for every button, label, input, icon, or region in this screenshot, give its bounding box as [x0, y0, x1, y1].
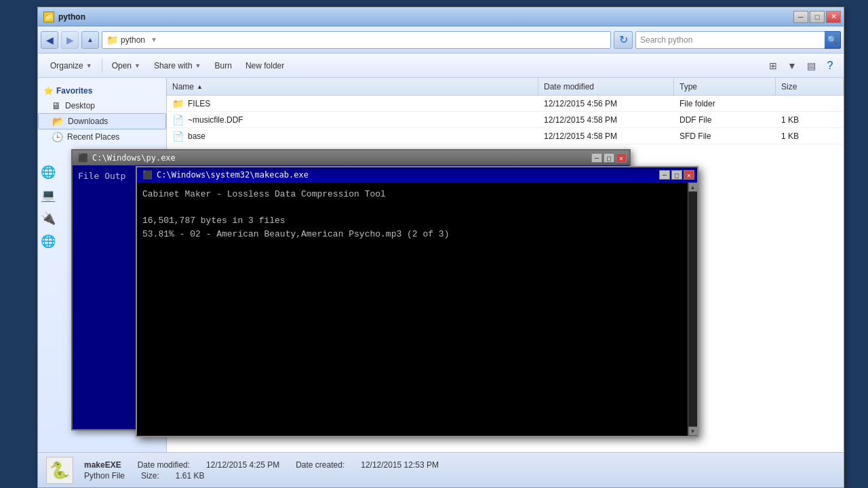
cmd-bg-maximize[interactable]: □: [604, 153, 614, 163]
address-dropdown-arrow[interactable]: ▼: [151, 36, 157, 43]
help-button[interactable]: ?: [822, 58, 838, 74]
view-extra-button[interactable]: ⊞: [765, 58, 781, 74]
file-name-cell: 📁 FILES: [167, 98, 538, 109]
col-header-name[interactable]: Name ▲: [167, 78, 538, 95]
search-placeholder: Search python: [640, 35, 692, 45]
cmd-fg-title-bar: ⬛ C:\Windows\system32\makecab.exe ─ □ ✕: [137, 167, 697, 182]
forward-button[interactable]: ▶: [61, 31, 79, 49]
address-text: python: [121, 35, 145, 45]
star-icon: ⭐: [43, 86, 54, 96]
close-button[interactable]: ✕: [826, 11, 841, 23]
date-modified-value: 12/12/2015 4:25 PM: [206, 460, 279, 470]
cmd-scroll-up[interactable]: ▲: [688, 182, 698, 192]
cmd-fg-icon: ⬛: [142, 170, 153, 180]
cmd-fg-title-btns: ─ □ ✕: [659, 170, 694, 180]
recent-icon: 🕒: [52, 131, 63, 142]
cmd-scroll-down[interactable]: ▼: [688, 426, 698, 436]
cmd-line-3: 16,501,787 bytes in 3 files: [142, 214, 682, 228]
maximize-button[interactable]: □: [810, 11, 825, 23]
cmd-bg-text: File Outp: [78, 171, 125, 181]
cmd-bg-title: C:\Windows\py.exe: [92, 153, 176, 163]
title-bar: 📁 python ─ □ ✕: [38, 7, 844, 26]
sfd-file-icon: 📄: [172, 131, 184, 142]
status-file-icon: 🐍: [46, 457, 73, 484]
cmd-fg-maximize[interactable]: □: [671, 170, 682, 180]
cmd-bg-close[interactable]: ✕: [616, 153, 627, 163]
open-dropdown-arrow: ▼: [134, 62, 140, 69]
cmd-bg-title-bar: ⬛ C:\Windows\py.exe ─ □ ✕: [73, 150, 629, 165]
organize-button[interactable]: Organize ▼: [43, 56, 99, 75]
table-row[interactable]: 📄 base 12/12/2015 4:58 PM SFD File 1 KB: [167, 128, 844, 144]
ddf-file-icon: 📄: [172, 115, 184, 125]
file-date-cell: 12/12/2015 4:58 PM: [538, 131, 674, 141]
file-date-cell: 12/12/2015 4:58 PM: [538, 115, 674, 125]
col-header-date[interactable]: Date modified: [538, 78, 674, 95]
cmd-line-1: Cabinet Maker - Lossless Data Compressio…: [142, 188, 682, 201]
view-dropdown-button[interactable]: ▼: [784, 58, 800, 74]
title-bar-left: 📁 python: [43, 12, 85, 22]
cmd-fg-window: ⬛ C:\Windows\system32\makecab.exe ─ □ ✕ …: [136, 166, 698, 437]
toolbar-right: ⊞ ▼ ▤ ?: [765, 58, 838, 74]
sidebar-item-downloads[interactable]: 📂 Downloads: [38, 113, 166, 129]
cmd-scroll-track: [688, 192, 698, 426]
python-icon: 🐍: [50, 461, 70, 480]
file-name-cell: 📄 ~musicfile.DDF: [167, 115, 538, 125]
column-headers: Name ▲ Date modified Type Size: [167, 78, 844, 96]
sidebar-item-desktop[interactable]: 🖥 Desktop: [38, 98, 166, 113]
view-pane-button[interactable]: ▤: [803, 58, 819, 74]
cmd-fg-minimize[interactable]: ─: [659, 170, 670, 180]
globe-icon[interactable]: 🌐: [41, 234, 56, 249]
downloads-icon: 📂: [52, 116, 64, 127]
nav-bar: ◀ ▶ ▲ 📁 python ▼ ↻ Search python 🔍: [38, 26, 844, 54]
search-bar[interactable]: Search python: [635, 31, 825, 49]
col-header-size[interactable]: Size: [776, 78, 844, 95]
cmd-bg-minimize[interactable]: ─: [591, 153, 602, 163]
new-folder-button[interactable]: New folder: [239, 56, 291, 75]
refresh-button[interactable]: ↻: [614, 31, 633, 49]
status-bar: 🐍 makeEXE Date modified: 12/12/2015 4:25…: [38, 452, 844, 487]
size-value: 1.61 KB: [176, 471, 205, 481]
open-button[interactable]: Open ▼: [105, 56, 147, 75]
share-dropdown-arrow: ▼: [195, 62, 201, 69]
search-container: Search python 🔍: [635, 31, 841, 49]
folder-icon: 📁: [43, 12, 54, 22]
status-info: makeEXE Date modified: 12/12/2015 4:25 P…: [84, 460, 439, 481]
desktop-icon: 🖥: [52, 100, 61, 111]
cmd-fg-body: Cabinet Maker - Lossless Data Compressio…: [137, 182, 697, 436]
sidebar-item-recent-places[interactable]: 🕒 Recent Places: [38, 129, 166, 144]
date-modified-label: Date modified:: [138, 460, 190, 470]
favorites-header[interactable]: ⭐ Favorites: [38, 83, 166, 98]
network-icon-2[interactable]: 🔌: [41, 211, 56, 226]
file-size-cell: 1 KB: [776, 131, 844, 141]
table-row[interactable]: 📁 FILES 12/12/2015 4:56 PM File folder: [167, 96, 844, 112]
file-type-cell: SFD File: [674, 131, 776, 141]
status-row-1: makeEXE Date modified: 12/12/2015 4:25 P…: [84, 460, 439, 470]
cmd-fg-close[interactable]: ✕: [684, 170, 694, 180]
address-folder-icon: 📁: [106, 35, 118, 45]
back-button[interactable]: ◀: [41, 31, 58, 49]
burn-button[interactable]: Burn: [208, 56, 239, 75]
cmd-fg-title: C:\Windows\system32\makecab.exe: [157, 170, 309, 180]
sort-arrow: ▲: [197, 83, 203, 90]
cmd-bg-icon: ⬛: [78, 153, 88, 163]
computer-icon[interactable]: 💻: [41, 188, 56, 203]
minimize-button[interactable]: ─: [793, 11, 808, 23]
file-name-cell: 📄 base: [167, 131, 538, 142]
toolbar-divider-1: [102, 59, 102, 73]
window-title: python: [58, 12, 85, 22]
search-button[interactable]: 🔍: [825, 31, 841, 49]
organize-dropdown-arrow: ▼: [86, 62, 92, 69]
cmd-line-4: 53.81% - 02 - American Beauty,American P…: [142, 228, 682, 241]
file-name-label: makeEXE: [84, 460, 121, 470]
status-row-2: Python File Size: 1.61 KB: [84, 471, 439, 481]
share-with-button[interactable]: Share with ▼: [147, 56, 208, 75]
network-icon-1[interactable]: 🌐: [41, 165, 56, 180]
file-type-cell: File folder: [674, 99, 776, 108]
col-header-type[interactable]: Type: [674, 78, 776, 95]
cmd-fg-scrollbar: ▲ ▼: [688, 182, 697, 436]
up-button[interactable]: ▲: [81, 31, 99, 49]
folder-file-icon: 📁: [172, 98, 184, 109]
table-row[interactable]: 📄 ~musicfile.DDF 12/12/2015 4:58 PM DDF …: [167, 112, 844, 128]
address-bar[interactable]: 📁 python ▼: [102, 31, 611, 49]
title-bar-buttons: ─ □ ✕: [793, 11, 841, 23]
